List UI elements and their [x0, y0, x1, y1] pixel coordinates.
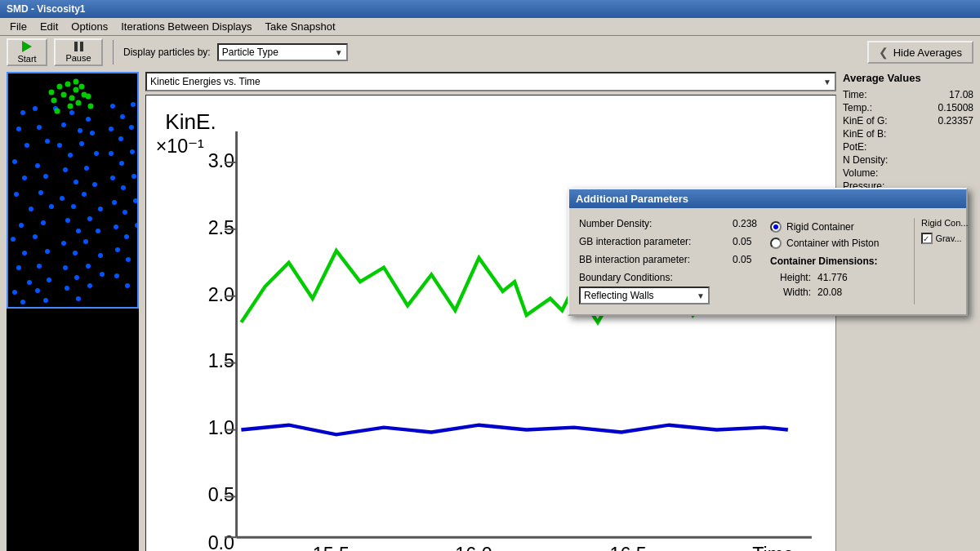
radio-group: Rigid Container Container with Piston	[770, 221, 901, 249]
svg-text:16.5: 16.5	[610, 544, 647, 551]
svg-text:15.5: 15.5	[313, 544, 350, 551]
kine-b-label: KinE of B:	[843, 128, 886, 140]
dropdown-arrow-icon: ▼	[335, 48, 343, 57]
dimensions-title: Container Dimensions:	[770, 256, 901, 267]
menu-file[interactable]: File	[3, 19, 33, 34]
particle-type-dropdown[interactable]: Particle Type ▼	[217, 43, 348, 61]
gravity-checkbox-row: ✓ Grav...	[921, 233, 979, 244]
ndensity-label: N Density:	[843, 154, 888, 166]
hide-averages-label: Hide Averages	[893, 47, 962, 59]
svg-text:16.0: 16.0	[455, 544, 492, 551]
toolbar: Start Pause Display particles by: Partic…	[0, 36, 980, 69]
start-label: Start	[17, 54, 36, 64]
svg-text:Time: Time	[752, 544, 794, 551]
height-row: Height: 41.776	[770, 272, 901, 283]
menu-edit[interactable]: Edit	[33, 19, 65, 34]
number-density-label: Number Density:	[579, 218, 726, 229]
avg-row-ndensity: N Density:	[843, 154, 973, 166]
avg-row-volume: Volume:	[843, 167, 973, 179]
container-piston-radio[interactable]	[770, 238, 782, 249]
svg-text:×10⁻¹: ×10⁻¹	[156, 136, 204, 157]
menu-options[interactable]: Options	[65, 19, 114, 34]
svg-text:1.0: 1.0	[208, 417, 234, 438]
chart-toolbar: Kinetic Energies vs. Time ▼	[145, 72, 836, 91]
avg-row-kine-g: KinE of G: 0.23357	[843, 115, 973, 127]
dialog-title: Additional Parameters	[569, 189, 966, 208]
dimensions-section: Container Dimensions: Height: 41.776 Wid…	[770, 256, 901, 298]
window-title: SMD - Viscosity1	[7, 3, 85, 15]
boundary-dropdown[interactable]: Reflecting Walls ▼	[579, 287, 710, 304]
bb-interaction-row: BB interaction parameter: 0.05	[579, 254, 757, 265]
kine-g-label: KinE of G:	[843, 115, 888, 127]
width-value: 20.08	[817, 287, 842, 298]
pote-label: PotE:	[843, 141, 866, 153]
chart-box: KinE. ×10⁻¹ 3.0 2.5 2.0 1.5 1.0 0.5	[145, 95, 836, 551]
temp-value-avg: 0.15008	[938, 102, 973, 113]
particle-type-value: Particle Type	[222, 47, 278, 58]
number-density-row: Number Density: 0.238	[579, 218, 757, 229]
temp-label-avg: Temp.:	[843, 102, 872, 113]
chart-svg: KinE. ×10⁻¹ 3.0 2.5 2.0 1.5 1.0 0.5	[146, 96, 835, 551]
number-density-value: 0.238	[733, 218, 757, 229]
pause-label: Pause	[65, 53, 91, 63]
gravity-label: Grav...	[935, 233, 961, 243]
pause-button[interactable]: Pause	[54, 38, 103, 66]
svg-text:0.5: 0.5	[208, 484, 234, 505]
avg-row-pote: PotE:	[843, 141, 973, 153]
gb-interaction-label: GB interaction parameter:	[579, 236, 726, 247]
rigid-container-label: Rigid Container	[786, 221, 854, 233]
gb-interaction-row: GB interaction parameter: 0.05	[579, 236, 757, 247]
menu-iterations[interactable]: Iterations Between Displays	[114, 19, 258, 34]
kine-g-value: 0.23357	[938, 115, 973, 127]
menu-bar: File Edit Options Iterations Between Dis…	[0, 18, 980, 36]
rigid-container-radio[interactable]	[770, 221, 782, 233]
svg-text:1.5: 1.5	[208, 350, 234, 371]
avg-row-temp: Temp.: 0.15008	[843, 102, 973, 113]
height-label: Height:	[770, 272, 811, 283]
gb-interaction-value: 0.05	[733, 236, 751, 247]
container-piston-label: Container with Piston	[786, 238, 879, 249]
play-icon	[22, 41, 32, 52]
dialog-main-row: Number Density: 0.238 GB interaction par…	[579, 218, 956, 304]
rigid-container-radio-row[interactable]: Rigid Container	[770, 221, 901, 233]
volume-label-avg: Volume:	[843, 167, 878, 179]
avg-title: Average Values	[843, 72, 973, 84]
svg-text:0.0: 0.0	[208, 532, 234, 551]
width-row: Width: 20.08	[770, 287, 901, 298]
avg-row-kine-b: KinE of B:	[843, 128, 973, 140]
additional-params-dialog: Additional Parameters Number Density: 0.…	[568, 188, 968, 316]
dialog-content: Number Density: 0.238 GB interaction par…	[569, 208, 966, 314]
pause-icon	[74, 42, 83, 51]
chevron-left-icon: ❮	[879, 46, 889, 59]
start-button[interactable]: Start	[7, 38, 47, 66]
simulation-canvas	[7, 72, 139, 551]
height-value: 41.776	[817, 272, 848, 283]
dialog-right: Rigid Con... ✓ Grav...	[914, 218, 979, 304]
boundary-arrow-icon: ▼	[697, 291, 705, 300]
particle-canvas	[7, 72, 139, 309]
width-label: Width:	[770, 287, 811, 298]
boundary-row: Boundary Conditions:	[579, 272, 757, 283]
chart-dropdown-arrow-icon: ▼	[823, 78, 831, 87]
gravity-checkbox[interactable]: ✓	[921, 233, 933, 244]
right-panel-label: Rigid Con...	[921, 218, 979, 228]
dialog-left: Number Density: 0.238 GB interaction par…	[579, 218, 757, 304]
svg-text:3.0: 3.0	[208, 150, 234, 171]
chart-type-value: Kinetic Energies vs. Time	[150, 76, 261, 87]
hide-averages-button[interactable]: ❮ Hide Averages	[867, 41, 973, 64]
container-piston-radio-row[interactable]: Container with Piston	[770, 238, 901, 249]
svg-text:KinE.: KinE.	[165, 109, 216, 134]
avg-row-time: Time: 17.08	[843, 89, 973, 100]
dialog-middle: Rigid Container Container with Piston Co…	[770, 218, 901, 304]
bb-interaction-label: BB interaction parameter:	[579, 254, 726, 265]
title-bar: SMD - Viscosity1	[0, 0, 980, 18]
time-value: 17.08	[949, 89, 973, 100]
bb-interaction-value: 0.05	[733, 254, 751, 265]
boundary-value: Reflecting Walls	[584, 290, 654, 301]
svg-text:2.5: 2.5	[208, 217, 234, 238]
chart-type-dropdown[interactable]: Kinetic Energies vs. Time ▼	[145, 72, 836, 91]
separator	[113, 40, 114, 64]
boundary-label: Boundary Conditions:	[579, 272, 726, 283]
svg-text:2.0: 2.0	[208, 284, 234, 305]
menu-snapshot[interactable]: Take Snapshot	[259, 19, 342, 34]
